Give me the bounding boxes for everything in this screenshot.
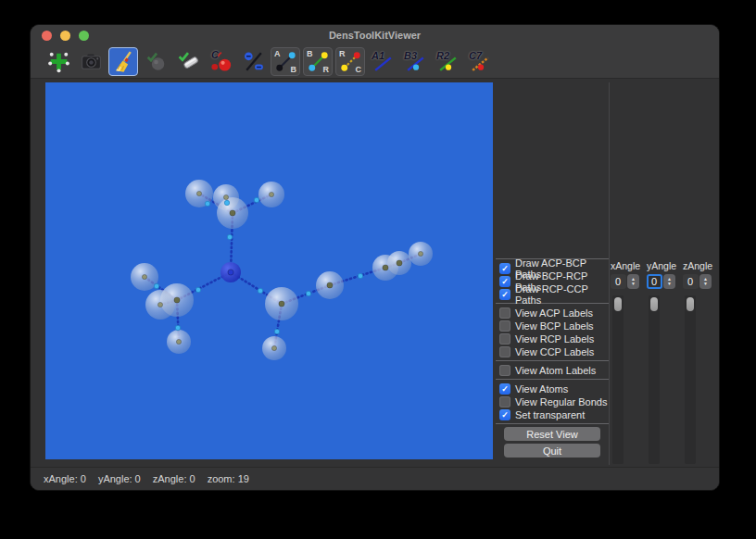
checkbox-draw-acp-bcp-paths[interactable]: ✓ [499,263,510,274]
checkbox-row-view-atom-labels[interactable]: View Atom Labels [499,364,609,377]
titlebar[interactable]: DensToolKitViewer [31,25,719,45]
app-window: DensToolKitViewer [30,24,720,491]
xangle-spinbox[interactable]: 0▲▼ [611,273,639,289]
stepper-down-icon[interactable]: ▼ [703,282,708,286]
checkbox-view-ccp-labels[interactable] [499,346,510,357]
angle-column-zangle: zAngle0▲▼ [683,260,717,464]
stepper-down-icon[interactable]: ▼ [631,282,636,286]
nucleus-h [269,192,273,196]
ccp-labels-button[interactable]: C7 [465,47,495,76]
angle-controls-panel: xAngle0▲▼yAngle0▲▼zAngle0▲▼ [611,260,720,464]
xangle-slider-handle[interactable] [614,297,622,311]
status-item-xangle: xAngle: 0 [44,473,86,484]
zangle-stepper[interactable]: ▲▼ [699,274,712,289]
draw-bcp-rcp-paths-button[interactable]: B R [303,47,333,76]
checkbox-label: Draw RCP-CCP Paths [515,283,609,306]
acp-label-text: A1 [372,50,384,61]
checkbox-row-view-bcp-labels[interactable]: View BCP Labels [499,320,609,332]
acp-letter: A [274,49,281,58]
close-button[interactable] [42,31,52,41]
nucleus-h [223,194,228,199]
bcp-point [358,273,362,278]
zangle-slider-handle[interactable] [687,297,694,311]
minimize-button[interactable] [60,31,70,41]
zangle-spinbox[interactable]: 0▲▼ [683,273,712,289]
checkbox-view-acp-labels[interactable] [499,307,510,319]
molecule-viewport[interactable] [45,82,493,459]
nucleus-h [196,191,201,195]
blue-bond-icon [241,49,266,74]
status-item-zoom: zoom: 19 [208,473,249,484]
checkbox-row-draw-rcp-ccp-paths[interactable]: ✓Draw RCP-CCP Paths [499,288,609,301]
checkbox-set-transparent[interactable]: ✓ [499,409,510,420]
checkbox-draw-rcp-ccp-paths[interactable]: ✓ [499,289,510,300]
toggle-ccp-spheres-button[interactable]: C [206,47,235,76]
draw-acp-bcp-paths-button[interactable]: A B [271,47,300,76]
bcp-letter: B [291,65,297,74]
molecule-canvas [45,82,493,459]
add-critical-points-button[interactable] [44,47,73,76]
checkbox-row-view-acp-labels[interactable]: View ACP Labels [499,307,609,320]
sphere-check-icon [144,49,169,74]
reset-view-button[interactable]: Reset View [504,427,600,441]
nucleus-h [158,302,162,307]
xangle-stepper[interactable]: ▲▼ [627,274,639,289]
checkbox-draw-bcp-rcp-paths[interactable]: ✓ [499,276,510,287]
bcp-point [306,291,310,295]
display-options-panel: ✓Draw ACP-BCP Paths✓Draw BCP-RCP Paths✓D… [496,257,609,458]
checkbox-view-atom-labels[interactable] [499,365,510,376]
checkbox-label: View Atoms [515,383,568,395]
bcp-point [227,234,232,239]
zangle-value[interactable]: 0 [683,274,699,289]
broom-icon [111,49,136,74]
ccp-label-text: C7 [469,50,482,61]
snapshot-camera-button[interactable] [76,47,106,76]
xangle-slider[interactable] [612,295,624,464]
checkbox-row-view-rcp-labels[interactable]: View RCP Labels [499,332,609,345]
toggle-bonds-button[interactable] [173,47,203,76]
quit-button[interactable]: Quit [504,444,600,458]
separator [496,360,609,361]
status-item-zangle: zAngle: 0 [153,473,195,484]
toggle-atom-spheres-button[interactable] [141,47,170,76]
angle-column-xangle: xAngle0▲▼ [611,260,645,464]
nucleus-h [418,251,422,256]
yangle-value[interactable]: 0 [647,274,662,289]
plus-atoms-icon [46,49,71,74]
nucleus-h [142,274,146,279]
zangle-slider[interactable] [685,295,696,464]
checkbox-label: View ACP Labels [515,307,593,319]
yangle-spinbox[interactable]: 0▲▼ [647,273,675,289]
bcp-point [205,201,209,206]
checkbox-row-set-transparent[interactable]: ✓Set transparent [499,408,609,421]
separator [496,379,609,380]
checkbox-label: Set transparent [515,409,585,420]
checkbox-row-view-atoms[interactable]: ✓View Atoms [499,382,609,395]
rcp-labels-button[interactable]: R2 [433,47,462,76]
ccp-letter: C [356,65,362,74]
yangle-stepper[interactable]: ▲▼ [663,274,675,289]
clear-scene-button[interactable] [108,47,138,76]
rcp-letter: R [339,49,346,58]
traffic-lights [42,31,89,41]
xangle-value[interactable]: 0 [611,274,626,289]
checkbox-label: View RCP Labels [515,333,594,345]
acp-labels-button[interactable]: A1 [368,47,397,76]
stepper-down-icon[interactable]: ▼ [667,282,672,286]
bcp-labels-button[interactable]: B3 [400,47,430,76]
checkbox-view-atoms[interactable]: ✓ [499,383,510,395]
checkbox-label: View Regular Bonds [515,396,607,407]
bcp-point [274,329,279,333]
checkbox-view-regular-bonds[interactable] [499,396,510,407]
zangle-label: zAngle [683,260,712,272]
checkbox-row-view-ccp-labels[interactable]: View CCP Labels [499,345,609,358]
maximize-button[interactable] [79,31,89,41]
checkbox-view-bcp-labels[interactable] [499,320,510,332]
toggle-bcp-spheres-button[interactable] [238,47,268,76]
checkbox-row-view-regular-bonds[interactable]: View Regular Bonds [499,395,609,408]
checkbox-view-rcp-labels[interactable] [499,333,510,345]
screen: DensToolKitViewer [0,0,756,539]
draw-rcp-ccp-paths-button[interactable]: R C [335,47,365,76]
yangle-slider-handle[interactable] [650,297,658,311]
yangle-slider[interactable] [649,295,660,464]
